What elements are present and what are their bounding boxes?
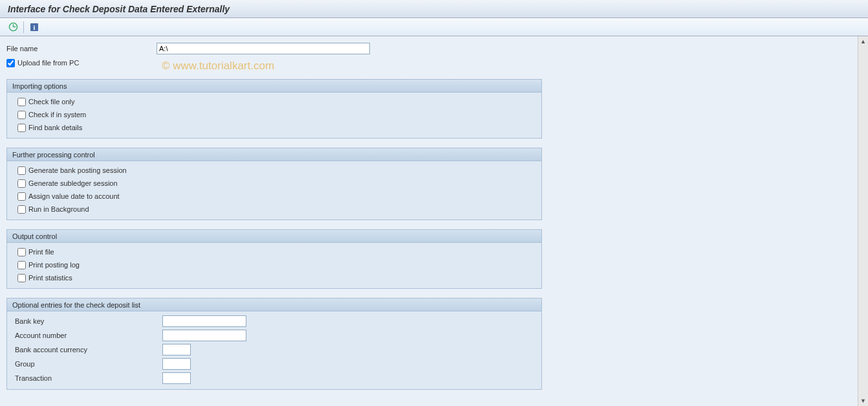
group-header-importing: Importing options (7, 80, 541, 93)
check-if-in-system-checkbox[interactable] (17, 111, 26, 119)
print-posting-log-label: Print posting log (28, 261, 80, 269)
check-row: Generate bank posting session (12, 164, 536, 177)
generate-subledger-label: Generate subledger session (28, 179, 118, 187)
check-row: Find bank details (12, 121, 536, 134)
bank-account-currency-input[interactable] (162, 344, 191, 355)
check-row: Print statistics (12, 271, 536, 284)
toolbar-divider (23, 21, 24, 33)
print-file-checkbox[interactable] (17, 248, 26, 256)
execute-icon[interactable] (8, 22, 18, 32)
check-row: Run in Background (12, 203, 536, 216)
group-optional-entries: Optional entries for the check deposit l… (6, 298, 542, 390)
scroll-down-icon[interactable]: ▼ (860, 397, 867, 405)
account-number-label: Account number (12, 332, 162, 339)
title-bar: Interface for Check Deposit Data Entered… (0, 0, 868, 18)
generate-subledger-checkbox[interactable] (17, 179, 26, 188)
transaction-label: Transaction (12, 374, 162, 382)
group-header-further: Further processing control (7, 148, 541, 161)
field-row: Bank account currency (12, 343, 536, 357)
print-statistics-checkbox[interactable] (17, 274, 26, 282)
transaction-input[interactable] (162, 372, 191, 384)
group-output-control: Output control Print file Print posting … (6, 229, 542, 289)
group-header-optional: Optional entries for the check deposit l… (7, 299, 541, 311)
file-name-input[interactable] (157, 43, 370, 54)
upload-row: Upload file from PC (6, 56, 851, 70)
check-row: Print file (12, 245, 536, 258)
generate-bank-posting-checkbox[interactable] (17, 166, 26, 175)
group-importing-options: Importing options Check file only Check … (6, 79, 542, 139)
assign-value-date-label: Assign value date to account (28, 192, 120, 200)
check-row: Print posting log (12, 258, 536, 271)
print-statistics-label: Print statistics (28, 274, 72, 282)
upload-from-pc-label: Upload file from PC (17, 59, 79, 67)
group-input[interactable] (162, 358, 191, 370)
field-row: Group (12, 357, 536, 371)
group-label: Group (12, 360, 162, 368)
file-name-label: File name (6, 45, 157, 52)
field-row: Bank key (12, 314, 536, 328)
scroll-up-icon[interactable]: ▲ (860, 38, 867, 45)
check-row: Assign value date to account (12, 190, 536, 203)
vertical-scrollbar[interactable]: ▲ ▼ (858, 36, 868, 406)
check-if-in-system-label: Check if in system (28, 111, 86, 118)
group-further-processing: Further processing control Generate bank… (6, 148, 542, 220)
bank-key-label: Bank key (12, 317, 162, 325)
content-area: © www.tutorialkart.com File name Upload … (0, 36, 858, 406)
field-row: Transaction (12, 371, 536, 385)
print-file-label: Print file (28, 248, 54, 256)
upload-from-pc-checkbox[interactable] (6, 59, 15, 67)
check-file-only-label: Check file only (28, 98, 75, 106)
check-file-only-checkbox[interactable] (17, 98, 26, 106)
file-name-row: File name (6, 41, 851, 56)
svg-text:i: i (34, 24, 36, 31)
find-bank-details-label: Find bank details (28, 124, 82, 131)
assign-value-date-checkbox[interactable] (17, 192, 26, 201)
page-title: Interface for Check Deposit Data Entered… (8, 4, 230, 14)
print-posting-log-checkbox[interactable] (17, 261, 26, 269)
account-number-input[interactable] (162, 330, 246, 341)
check-row: Generate subledger session (12, 177, 536, 190)
toolbar: i (0, 18, 868, 36)
info-icon[interactable]: i (29, 22, 39, 32)
run-in-background-checkbox[interactable] (17, 205, 26, 214)
field-row: Account number (12, 328, 536, 343)
check-row: Check if in system (12, 108, 536, 121)
bank-account-currency-label: Bank account currency (12, 346, 162, 354)
run-in-background-label: Run in Background (28, 205, 89, 213)
bank-key-input[interactable] (162, 315, 246, 327)
find-bank-details-checkbox[interactable] (17, 124, 26, 132)
generate-bank-posting-label: Generate bank posting session (28, 166, 127, 174)
check-row: Check file only (12, 95, 536, 108)
group-header-output: Output control (7, 230, 541, 243)
